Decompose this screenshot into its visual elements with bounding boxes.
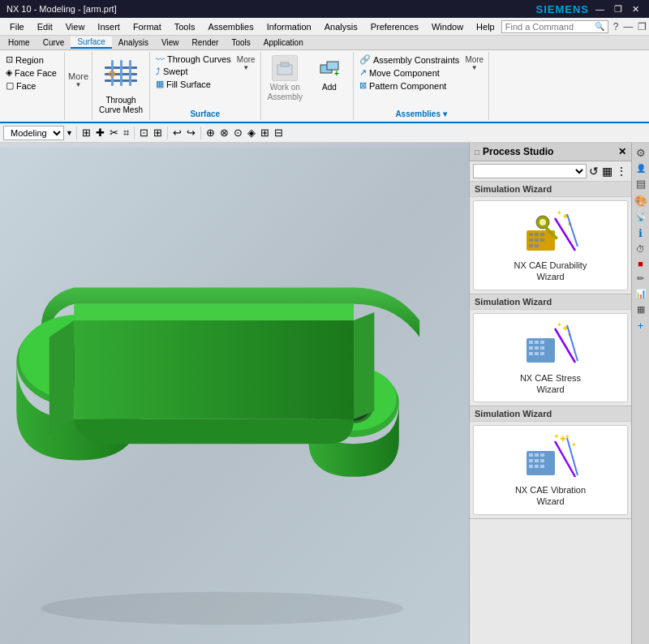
ri-pencil-btn[interactable]: ✏ <box>635 271 646 286</box>
viewport[interactable] <box>0 143 469 644</box>
menu-view[interactable]: View <box>59 20 92 33</box>
ri-data-btn[interactable]: 📊 <box>634 286 648 302</box>
panel-grid-btn[interactable]: ▦ <box>601 164 613 178</box>
tab-render[interactable]: Render <box>186 37 226 48</box>
wizard-card-3[interactable]: ✦ ✦ ✦ ✦ NX CAE VibrationWizard <box>473 425 628 515</box>
through-curve-mesh-btn[interactable]: ThroughCurve Mesh <box>96 54 146 117</box>
menu-format[interactable]: Format <box>127 20 168 33</box>
tb-filter-btn[interactable]: ⊗ <box>218 126 230 140</box>
ri-plus-btn[interactable]: + <box>636 317 646 334</box>
ri-colors-btn[interactable]: 🎨 <box>633 192 649 209</box>
wizard-card-1[interactable]: ✦ ✦ ✦ NX CAE DurabilityWizard <box>473 200 628 290</box>
face-btn[interactable]: ▢ Face <box>3 79 59 92</box>
more-label-left: More <box>68 71 88 81</box>
maximize-btn[interactable]: ❐ <box>611 4 625 15</box>
wizard-card-2[interactable]: ✦ ✦ ✦ NX CAE StressWizard <box>473 313 628 403</box>
ribbon: Home Curve Surface Analysis View Render … <box>0 36 649 123</box>
panel-checkbox[interactable]: □ <box>475 148 479 157</box>
tb-add-btn[interactable]: ✚ <box>94 126 106 140</box>
tb-extra2-btn[interactable]: ⊟ <box>273 126 285 140</box>
through-curves-btn[interactable]: 〰 Through Curves <box>153 54 234 65</box>
menu-preferences[interactable]: Preferences <box>364 20 425 33</box>
tab-tools[interactable]: Tools <box>225 37 256 48</box>
svg-rect-4 <box>120 60 122 86</box>
assembly-actions-title <box>264 117 350 118</box>
menu-window[interactable]: Window <box>425 20 470 33</box>
svg-rect-31 <box>529 244 533 247</box>
ri-layers-btn[interactable]: ▤ <box>634 175 647 192</box>
tb-redo-btn[interactable]: ↪ <box>185 126 197 140</box>
find-command-input[interactable] <box>505 22 595 32</box>
menu-edit[interactable]: Edit <box>31 20 59 33</box>
tb-snap-btn[interactable]: ⊕ <box>204 126 217 140</box>
svg-rect-58 <box>535 453 539 457</box>
tab-application[interactable]: Application <box>257 37 310 48</box>
panel-category-dropdown[interactable] <box>473 164 587 178</box>
ri-wifi-btn[interactable]: 📡 <box>634 209 648 225</box>
tb-view-btn[interactable]: ⊡ <box>138 126 150 140</box>
ribbon-section-surface-tools: 〰 Through Curves ⤴ Swept ▦ Fill Surface … <box>150 52 261 120</box>
tab-surface[interactable]: Surface <box>71 36 111 49</box>
more-btn-surface[interactable]: More ▼ <box>235 54 257 86</box>
menu-help[interactable]: Help <box>470 20 501 33</box>
pattern-component-btn[interactable]: ⊠ Pattern Component <box>357 79 462 92</box>
more-btn-left[interactable]: More ▼ <box>67 70 90 103</box>
ri-clock-btn[interactable]: ⏱ <box>634 242 647 256</box>
fill-surface-btn[interactable]: ▦ Fill Surface <box>153 78 234 90</box>
menu-bar: File Edit View Insert Format Tools Assem… <box>0 18 649 36</box>
assembly-constraints-btn[interactable]: 🔗 Assembly Constraints <box>357 54 462 66</box>
tab-home[interactable]: Home <box>2 37 37 48</box>
tb-measure-btn[interactable]: ⊙ <box>232 126 244 140</box>
menu-tools[interactable]: Tools <box>168 20 202 33</box>
more-btn-assembly[interactable]: More ▼ <box>463 54 485 86</box>
tab-view[interactable]: View <box>155 37 186 48</box>
tb-select-btn[interactable]: ⌗ <box>122 126 131 140</box>
swept-btn[interactable]: ⤴ Swept <box>153 66 234 77</box>
region-btn[interactable]: ⊡ Region <box>3 54 59 66</box>
surface-tools-content: 〰 Through Curves ⤴ Swept ▦ Fill Surface … <box>153 54 257 108</box>
ri-settings-btn[interactable]: ⚙ <box>634 144 647 161</box>
menu-analysis[interactable]: Analysis <box>318 20 364 33</box>
help-icon[interactable]: ? <box>612 19 621 34</box>
tb-orient-btn[interactable]: ⊞ <box>152 126 164 140</box>
ri-table-btn[interactable]: ▦ <box>635 302 647 317</box>
work-on-assembly-btn[interactable]: Work onAssembly <box>264 54 306 104</box>
face-face-btn[interactable]: ◈ Face Face <box>3 67 59 79</box>
menu-information[interactable]: Information <box>260 20 318 33</box>
svg-rect-43 <box>535 341 539 344</box>
tb-new-btn[interactable]: ⊞ <box>80 126 92 140</box>
tab-curve[interactable]: Curve <box>37 37 71 48</box>
svg-rect-30 <box>540 238 544 242</box>
menu-file[interactable]: File <box>3 20 31 33</box>
dropdown-arrow[interactable]: ▼ <box>66 129 73 137</box>
workbench-dropdown[interactable]: Modeling <box>3 126 64 140</box>
panel-refresh-btn[interactable]: ↺ <box>588 164 600 178</box>
toolbar: Modeling ▼ ⊞ ✚ ✂ ⌗ ⊡ ⊞ ↩ ↪ ⊕ ⊗ ⊙ ◈ ⊞ ⊟ <box>0 123 649 143</box>
tb-cut-btn[interactable]: ✂ <box>108 126 120 140</box>
wizard-section-header-2: Simulation Wizard <box>470 294 631 310</box>
ri-roles-btn[interactable]: 👤 <box>634 161 647 175</box>
more-surface-arrow: ▼ <box>243 64 249 71</box>
tb-obj-btn[interactable]: ◈ <box>246 126 257 140</box>
close-btn[interactable]: ✕ <box>629 4 643 15</box>
ri-info-btn[interactable]: ℹ <box>637 225 644 242</box>
menu-insert[interactable]: Insert <box>91 20 127 33</box>
ri-palette-btn[interactable]: ■ <box>636 256 645 271</box>
tb-undo-btn[interactable]: ↩ <box>171 126 183 140</box>
add-btn[interactable]: + Add <box>309 54 350 94</box>
find-command-box[interactable]: 🔍 <box>501 20 608 33</box>
menu-assemblies[interactable]: Assemblies <box>201 20 260 33</box>
svg-text:✦: ✦ <box>553 435 560 440</box>
panel-close-btn[interactable]: ✕ <box>618 146 626 157</box>
feature-col1: ⊡ Region ◈ Face Face ▢ Face <box>3 54 59 92</box>
window-max-btn[interactable]: ❐ <box>636 19 648 34</box>
tab-analysis[interactable]: Analysis <box>112 37 155 48</box>
svg-rect-32 <box>535 244 539 247</box>
svg-rect-26 <box>535 233 539 236</box>
minimize-btn[interactable]: — <box>592 4 608 14</box>
move-component-btn[interactable]: ↗ Move Component <box>357 67 462 79</box>
tb-extra1-btn[interactable]: ⊞ <box>259 126 271 140</box>
more-section-left: More ▼ <box>65 52 92 120</box>
window-min-btn[interactable]: — <box>621 19 634 34</box>
panel-settings-btn[interactable]: ⋮ <box>615 164 628 178</box>
